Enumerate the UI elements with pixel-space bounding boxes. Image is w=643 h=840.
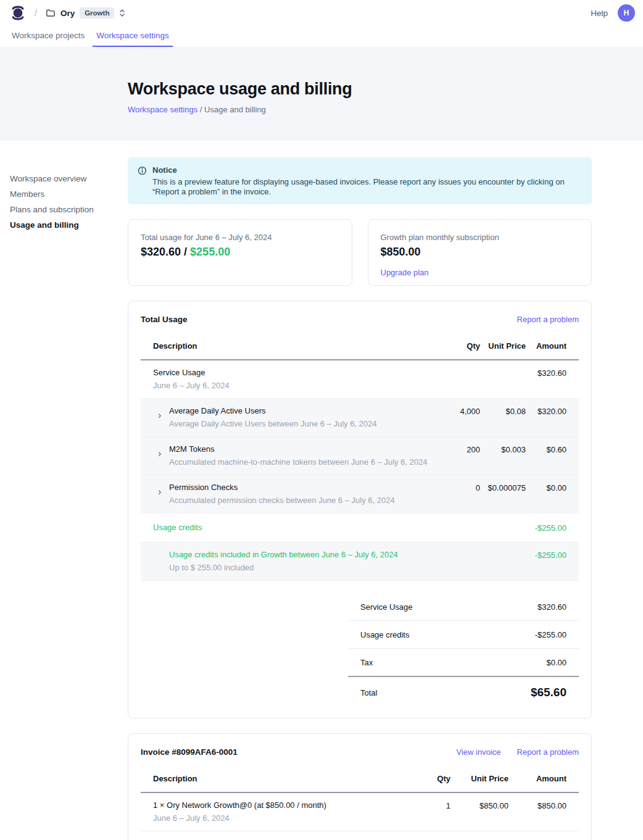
col-description: Description [153,341,446,351]
col-unit-price: Unit Price [450,774,508,783]
folder-icon [46,8,56,18]
col-description: Description [153,774,420,783]
help-link[interactable]: Help [591,9,608,18]
usage-totals: Service Usage $320.60 Usage credits -$25… [348,593,579,712]
table-row[interactable]: › Permission Checks Accumulated permissi… [141,475,579,514]
row-title: Average Daily Active Users [169,406,377,416]
topbar: / Ory Growth Help H [0,0,643,26]
total-value: $65.60 [531,686,566,699]
table-row: 1 × Ory Network Growth@0 (at $850.00 / m… [141,793,579,831]
chevron-updown-icon [119,9,125,17]
info-icon [138,165,147,197]
col-unit-price: Unit Price [480,341,526,351]
chevron-right-icon[interactable]: › [158,483,163,505]
row-unit-price [480,368,526,368]
grand-total-row: Total $65.60 [348,677,579,712]
upgrade-plan-link[interactable]: Upgrade plan [381,268,429,277]
row-subtitle: Up to $ 255.00 included [169,563,446,573]
total-usage-card-label: Total usage for June 6 – July 6, 2024 [141,233,339,242]
totals-row: Usage credits -$255.00 [348,621,579,649]
invoice-panel-title: Invoice #8099AFA6-0001 [141,747,238,757]
row-qty: 0 [446,483,480,493]
row-title: M2M Tokens [169,444,427,454]
col-amount: Amount [526,341,566,351]
sidebar-item-plans-and-subscription[interactable]: Plans and subscription [10,205,94,215]
usage-separator: / [181,246,190,258]
totals-row: Service Usage $320.60 [348,593,579,621]
totals-value: $0.00 [546,658,566,667]
row-amount: $850.00 [508,800,566,810]
row-unit-price [480,523,526,523]
tab-workspace-projects[interactable]: Workspace projects [8,26,88,47]
breadcrumb-workspace-settings-link[interactable]: Workspace settings [128,105,197,114]
notice-title: Notice [152,165,581,175]
totals-row: Tax $0.00 [348,649,579,677]
usage-report-problem-link[interactable]: Report a problem [517,315,579,324]
sidebar-item-members[interactable]: Members [10,189,94,199]
col-qty: Qty [420,774,450,783]
invoice-report-problem-link[interactable]: Report a problem [517,747,579,757]
tabbar: Workspace projects Workspace settings [0,26,643,47]
subscription-card: Growth plan monthly subscription $850.00… [368,219,592,286]
usage-used-amount: $320.60 [141,246,181,258]
row-unit-price: $850.00 [450,800,508,810]
row-amount: -$255.00 [526,523,566,533]
invoice-panel: Invoice #8099AFA6-0001 View invoice Repo… [128,733,592,840]
subscription-card-label: Growth plan monthly subscription [381,233,579,242]
col-qty: Qty [446,341,480,351]
chevron-right-icon[interactable]: › [158,406,163,429]
table-row: Usage credits included in Growth between… [141,543,579,581]
row-amount: $320.60 [526,368,566,378]
row-unit-price [480,550,526,551]
row-title: Usage credits [153,523,446,533]
invoice-table-header: Description Qty Unit Price Amount [141,767,579,793]
total-usage-panel: Total Usage Report a problem Description… [128,301,592,718]
row-qty [446,368,480,368]
row-title: 1 × Ory Network Growth@0 (at $850.00 / m… [153,800,420,810]
settings-sidebar: Workspace overview Members Plans and sub… [10,174,94,230]
total-label: Total [360,688,377,697]
row-qty [446,523,480,523]
table-row[interactable]: › Average Daily Active Users Average Dai… [141,399,579,437]
sidebar-item-usage-and-billing[interactable]: Usage and billing [10,220,94,230]
ory-logo[interactable] [10,4,26,22]
row-qty: 200 [446,444,480,454]
total-usage-card: Total usage for June 6 – July 6, 2024 $3… [128,219,352,286]
row-subtitle: Accumulated machine-to-machine tokens be… [169,457,427,467]
row-amount: $320.00 [526,406,566,416]
sidebar-item-workspace-overview[interactable]: Workspace overview [10,174,94,184]
workspace-switcher[interactable]: Ory Growth [46,7,126,19]
hero-section: Workspace usage and billing Workspace se… [0,47,643,141]
row-qty [446,550,480,551]
row-amount: -$255.00 [526,550,566,560]
row-subtitle: June 6 – July 6, 2024 [153,813,420,823]
totals-value: $320.60 [537,602,566,612]
page-title: Workspace usage and billing [128,80,643,99]
row-qty: 1 [420,800,450,810]
plan-badge: Growth [80,7,114,19]
table-row[interactable]: › M2M Tokens Accumulated machine-to-mach… [141,437,579,475]
totals-label: Tax [360,658,373,667]
chevron-right-icon[interactable]: › [158,444,163,467]
content-layout: Workspace overview Members Plans and sub… [0,157,643,840]
notice-banner: Notice This is a preview feature for dis… [128,157,592,204]
row-title: Service Usage [153,368,446,378]
row-subtitle: June 6 – July 6, 2024 [153,381,446,391]
row-unit-price: $0.000075 [480,483,526,493]
row-subtitle: Average Daily Active Users between June … [169,419,377,429]
row-qty: 4,000 [446,406,480,416]
row-amount: $0.00 [526,483,566,493]
col-amount: Amount [508,774,566,783]
totals-label: Service Usage [360,602,413,612]
avatar[interactable]: H [618,4,635,22]
totals-label: Usage credits [360,630,409,639]
total-usage-card-value: $320.60 / $255.00 [141,246,339,259]
workspace-name: Ory [60,9,75,18]
usage-table-header: Description Qty Unit Price Amount [141,334,579,360]
row-unit-price: $0.003 [480,444,526,454]
view-invoice-link[interactable]: View invoice [457,747,501,757]
breadcrumb-sep: / [197,105,204,114]
table-row: Service Usage June 6 – July 6, 2024 $320… [141,360,579,399]
row-unit-price: $0.08 [480,406,526,416]
tab-workspace-settings[interactable]: Workspace settings [93,26,173,47]
